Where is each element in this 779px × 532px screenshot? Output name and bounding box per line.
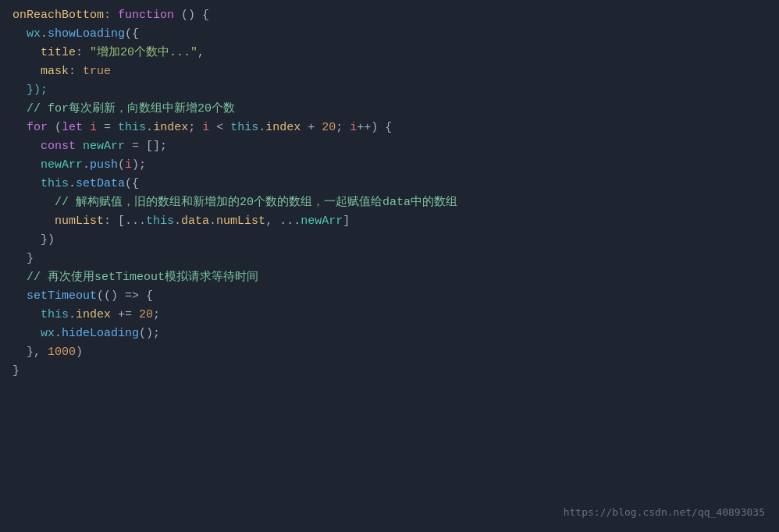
- code-line-19: }, 1000): [12, 343, 767, 362]
- watermark: https://blog.csdn.net/qq_40893035: [564, 505, 765, 521]
- code-line-2: wx.showLoading({: [12, 25, 767, 44]
- code-line-10: this.setData({: [12, 175, 767, 193]
- code-line-4: mask: true: [12, 62, 767, 81]
- code-line-17: this.index += 20;: [12, 306, 767, 325]
- code-line-8: const newArr = [];: [12, 137, 767, 156]
- code-line-16: setTimeout(() => {: [12, 287, 767, 306]
- code-line-6: // for每次刷新，向数组中新增20个数: [12, 100, 767, 119]
- code-line-20: }: [12, 362, 767, 381]
- code-line-12: numList: [...this.data.numList, ...newAr…: [12, 212, 767, 231]
- code-line-5: });: [12, 81, 767, 100]
- code-line-7: for (let i = this.index; i < this.index …: [12, 119, 767, 137]
- code-block: onReachBottom: function () { wx.showLoad…: [0, 0, 779, 532]
- code-line-9: newArr.push(i);: [12, 156, 767, 175]
- code-line-18: wx.hideLoading();: [12, 325, 767, 343]
- code-line-1: onReachBottom: function () {: [12, 6, 767, 25]
- code-line-14: }: [12, 250, 767, 268]
- code-line-15: // 再次使用setTimeout模拟请求等待时间: [12, 268, 767, 287]
- code-line-13: }): [12, 231, 767, 250]
- code-line-3: title: "增加20个数中...",: [12, 44, 767, 62]
- code-line-11: // 解构赋值，旧的数组和新增加的20个数的数组，一起赋值给data中的数组: [12, 193, 767, 212]
